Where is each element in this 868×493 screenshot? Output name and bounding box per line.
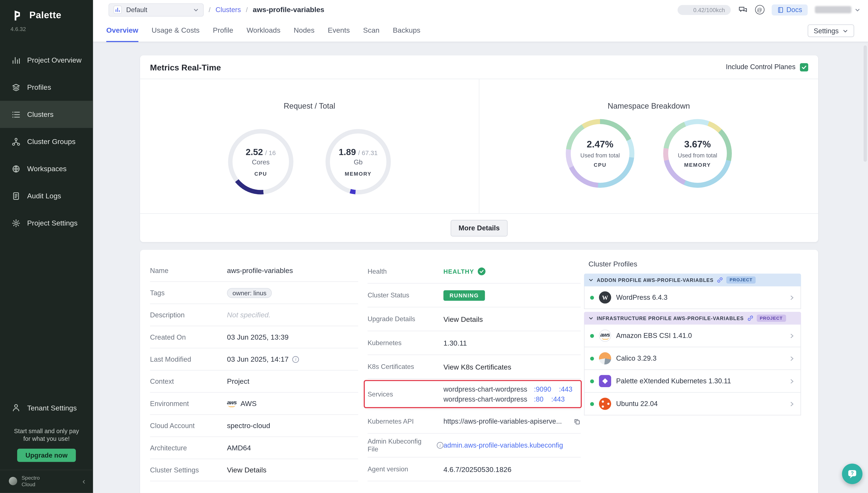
service-port-link[interactable]: :443 (559, 385, 573, 393)
layer-name: Amazon EBS CSI 1.41.0 (616, 332, 692, 340)
feedback-chat-icon[interactable] (738, 5, 748, 15)
info-icon[interactable]: i (437, 442, 443, 449)
svg-text:?: ? (851, 471, 853, 476)
scrollbar[interactable] (864, 45, 867, 162)
row-created-on: Created On 03 Jun 2025, 13:39 (150, 326, 358, 348)
person-icon (11, 403, 20, 412)
chevron-right-icon (789, 378, 795, 384)
service-port-link[interactable]: :9090 (534, 385, 551, 393)
tab-scan[interactable]: Scan (363, 19, 379, 42)
sidebar-item-label: Clusters (27, 110, 54, 119)
settings-button[interactable]: Settings (807, 24, 854, 37)
collapse-sidebar-icon[interactable]: ‹ (83, 477, 85, 485)
docs-button[interactable]: Docs (771, 4, 807, 15)
addon-profile-section: ADDON PROFILE AWS-PROFILE-VARIABLES PROJ… (584, 274, 801, 309)
copy-icon[interactable] (574, 418, 581, 425)
row-cluster-status: Cluster Status RUNNING (368, 284, 581, 307)
addon-profile-header[interactable]: ADDON PROFILE AWS-PROFILE-VARIABLES PROJ… (584, 274, 801, 286)
kubernetes-api-value: https://aws-profile-variables-apiserve..… (443, 418, 562, 426)
row-agent-version: Agent version 4.6.7/20250530.1826 (368, 457, 581, 481)
profile-layer-ubuntu[interactable]: Ubuntu 22.04 (584, 393, 801, 415)
project-scope-badge: PROJECT (726, 276, 756, 284)
profile-layer-palette-extended-kubernetes[interactable]: Palette eXtended Kubernetes 1.30.11 (584, 370, 801, 393)
checkbox-checked-icon[interactable] (800, 63, 808, 71)
cluster-groups-icon (11, 137, 20, 146)
info-icon[interactable]: i (292, 356, 299, 363)
sidebar-item-label: Workspaces (27, 165, 67, 173)
metrics-card: Metrics Real-Time Include Control Planes… (140, 56, 818, 242)
ubuntu-icon (599, 398, 611, 410)
profile-layer-calico[interactable]: Calico 3.29.3 (584, 347, 801, 370)
tab-overview[interactable]: Overview (106, 19, 138, 42)
sidebar-item-tenant-settings[interactable]: Tenant Settings (0, 394, 93, 421)
layer-name: Ubuntu 22.04 (616, 400, 658, 408)
project-icon (113, 5, 122, 14)
cloud-account-value: spectro-cloud (227, 422, 358, 430)
layer-name: Palette eXtended Kubernetes 1.30.11 (616, 377, 731, 385)
status-dot (590, 357, 594, 360)
audit-logs-icon (11, 191, 20, 200)
sidebar: Palette 4.6.32 Project Overview Profiles… (0, 0, 93, 493)
tab-workloads[interactable]: Workloads (247, 19, 281, 42)
support-icon[interactable]: @ (755, 5, 764, 14)
help-fab-button[interactable]: ? (842, 464, 863, 484)
spectro-cloud-logo-icon (9, 477, 17, 485)
tab-usage-costs[interactable]: Usage & Costs (152, 19, 200, 42)
link-icon (747, 315, 753, 321)
sidebar-item-profiles[interactable]: Profiles (0, 73, 93, 101)
view-k8s-certificates-link[interactable]: View K8s Certificates (443, 363, 581, 371)
upgrade-button[interactable]: Upgrade now (17, 449, 76, 462)
row-description: Description Not specified. (150, 304, 358, 326)
profile-layer-wordpress[interactable]: W WordPress 6.4.3 (584, 286, 801, 309)
sidebar-item-clusters[interactable]: Clusters (0, 101, 93, 128)
row-tags: Tags owner: linus (150, 282, 358, 304)
cluster-settings-view-details-link[interactable]: View Details (227, 466, 358, 474)
namespace-memory-donut: 3.67% Used from total MEMORY (663, 119, 732, 188)
status-dot (590, 296, 594, 299)
namespace-cpu-donut: 2.47% Used from total CPU (566, 119, 635, 188)
status-dot (590, 334, 594, 338)
profile-layer-amazon-ebs-csi[interactable]: aws Amazon EBS CSI 1.41.0 (584, 325, 801, 347)
header: Default / Clusters / aws-profile-variabl… (93, 0, 868, 42)
breadcrumb-clusters-link[interactable]: Clusters (216, 6, 241, 14)
chevron-down-icon (193, 7, 199, 13)
sidebar-item-audit-logs[interactable]: Audit Logs (0, 182, 93, 209)
cluster-profiles-panel: Cluster Profiles ADDON PROFILE AWS-PROFI… (584, 260, 801, 415)
tab-profile[interactable]: Profile (213, 19, 233, 42)
cluster-info-column: Name aws-profile-variables Tags owner: l… (150, 260, 358, 481)
service-port-link[interactable]: :443 (551, 395, 565, 403)
sidebar-item-label: Audit Logs (27, 192, 61, 200)
main-content: Metrics Real-Time Include Control Planes… (93, 42, 868, 493)
service-entry: wordpress-chart-wordpress :9090:443 (443, 385, 573, 393)
tab-bar: Overview Usage & Costs Profile Workloads… (93, 19, 868, 42)
tab-nodes[interactable]: Nodes (294, 19, 314, 42)
palette-logo-icon (10, 8, 24, 23)
row-name: Name aws-profile-variables (150, 260, 358, 282)
upgrade-view-details-link[interactable]: View Details (443, 315, 581, 323)
sidebar-footer: Spectro Cloud ‹ (0, 470, 93, 493)
include-control-planes-toggle[interactable]: Include Control Planes (726, 63, 808, 71)
row-health: Health HEALTHY (368, 260, 581, 284)
sidebar-item-label: Project Overview (27, 56, 82, 64)
user-menu[interactable] (815, 6, 860, 13)
row-k8s-certificates: K8s Certificates View K8s Certificates (368, 355, 581, 379)
user-name-redacted (815, 6, 851, 13)
sidebar-item-workspaces[interactable]: Workspaces (0, 155, 93, 182)
chevron-down-icon (588, 277, 593, 282)
project-selector[interactable]: Default (109, 3, 204, 16)
namespace-breakdown-title: Namespace Breakdown (608, 101, 690, 110)
infrastructure-profile-header[interactable]: INFRASTRUCTURE PROFILE AWS-PROFILE-VARIA… (584, 312, 801, 325)
breadcrumb-separator: / (246, 6, 248, 14)
tab-backups[interactable]: Backups (393, 19, 420, 42)
chevron-right-icon (789, 295, 795, 301)
sidebar-item-project-overview[interactable]: Project Overview (0, 46, 93, 73)
row-upgrade-details: Upgrade Details View Details (368, 307, 581, 331)
sidebar-item-project-settings[interactable]: Project Settings (0, 209, 93, 237)
tab-events[interactable]: Events (328, 19, 350, 42)
gear-icon (11, 218, 20, 228)
more-details-button[interactable]: More Details (451, 219, 507, 236)
service-port-link[interactable]: :80 (534, 395, 543, 403)
sidebar-item-cluster-groups[interactable]: Cluster Groups (0, 128, 93, 155)
kubeconfig-download-link[interactable]: admin.aws-profile-variables.kubeconfig (443, 442, 563, 449)
usage-quota-pill: 0.42/100kch (677, 5, 731, 15)
